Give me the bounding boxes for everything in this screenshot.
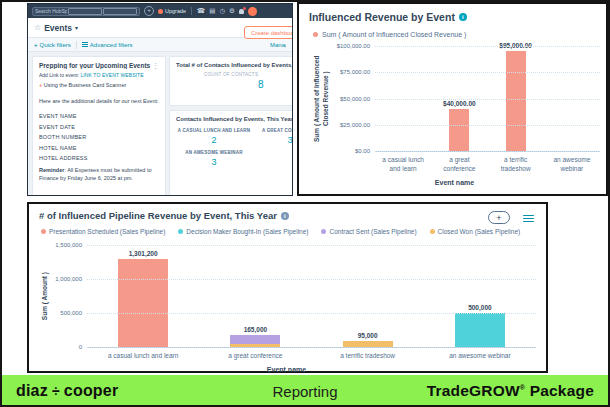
filter-bar: + Quick filters Advanced filters Manage … <box>28 37 292 52</box>
create-dashboard-button[interactable]: Create dashboard <box>244 26 293 39</box>
avatar[interactable] <box>248 7 257 16</box>
stat-item: A CASUAL LUNCH AND LEARN 2 <box>176 128 252 145</box>
stat-label: AN AWESOME WEBINAR <box>176 150 252 155</box>
bar-segment-Decision-Maker-Bought-In-(Sales-Pipeline)[interactable] <box>455 313 505 347</box>
legend-item[interactable]: Decision Maker Bought-In (Sales Pipeline… <box>178 228 308 235</box>
reminder-bold: Reminder <box>39 167 64 173</box>
settings-icon[interactable]: ⚙ <box>229 8 235 15</box>
reminder-text: Reminder: All Expenses must be submitted… <box>39 166 159 183</box>
gridline <box>375 99 600 100</box>
bar[interactable] <box>118 259 168 347</box>
y-axis-title-wrap: Sum ( Amount ) <box>37 245 53 347</box>
divider <box>76 41 77 49</box>
favorite-star-icon[interactable]: ☆ <box>34 23 41 32</box>
legend-item[interactable]: Presentation Scheduled (Sales Pipeline) <box>41 228 165 235</box>
bar-segment-Sum-(-Amount-of-Influenced-Closed-Revenue-)[interactable] <box>506 51 526 151</box>
sliders-icon <box>82 41 88 48</box>
chart-title: Influenced Revenue by Event <box>309 11 455 23</box>
kebab-menu-icon[interactable]: ⋮ <box>152 62 159 69</box>
stat-label: A CASUAL LUNCH AND LEARN <box>176 128 252 133</box>
details-intro: Here are the additional details for our … <box>39 98 159 104</box>
manage-dashboards-link[interactable]: Manage dashboards <box>270 42 286 48</box>
y-tick-label: 1,000,000 <box>55 276 82 282</box>
bar-segment-Presentation-Scheduled-(Sales-Pipeline)[interactable] <box>118 259 168 347</box>
quick-filters-label: Quick filters <box>40 42 71 48</box>
dashboard-body: Prepping for your Upcoming Events ⋮ Add … <box>28 52 292 195</box>
legend-label: Presentation Scheduled (Sales Pipeline) <box>49 228 165 235</box>
card-title: Prepping for your Upcoming Events <box>39 62 152 69</box>
footer-section-label: Reporting <box>272 383 337 400</box>
y-axis-title: Sum ( Amount ) <box>41 272 50 320</box>
prepping-events-card: Prepping for your Upcoming Events ⋮ Add … <box>32 56 166 195</box>
upgrade-sprocket-icon <box>158 9 163 14</box>
total-contacts-card: Total # of Contacts Influenced by Events… <box>169 56 292 106</box>
advanced-filters-button[interactable]: Advanced filters <box>82 41 133 48</box>
brand-word-second: cooper <box>64 382 119 400</box>
legend-label: Closed Won (Sales Pipeline) <box>438 228 521 235</box>
plus-icon: + <box>34 42 38 48</box>
bar-segment-Sum-(-Amount-of-Influenced-Closed-Revenue-)[interactable] <box>449 109 469 151</box>
advanced-filters-label: Advanced filters <box>90 42 133 48</box>
x-category-labels: a casual lunch and learna great conferen… <box>375 153 600 174</box>
create-icon[interactable]: + <box>144 6 154 16</box>
x-category-label: an awesome webinar <box>424 352 536 361</box>
notifications-icon[interactable] <box>239 9 244 14</box>
bar-slot-a-terrific-tradeshow: 95,000 <box>312 245 424 347</box>
plot-area: 1,301,200165,00095,000500,000 <box>87 245 536 348</box>
legend-label: Contract Sent (Sales Pipeline) <box>329 228 416 235</box>
filter-settings-icon[interactable] <box>523 213 534 224</box>
legend-dot <box>313 32 318 37</box>
legend-item[interactable]: Closed Won (Sales Pipeline) <box>430 228 521 235</box>
influenced-revenue-chart-panel: Influenced Revenue by Event i Sum ( Amou… <box>297 2 608 196</box>
legend-item[interactable]: Contract Sent (Sales Pipeline) <box>321 228 416 235</box>
marketplace-icon[interactable]: ▤ <box>209 8 215 15</box>
search-input[interactable]: Search HubSpot <box>32 7 140 16</box>
y-axis-ticks: 1,500,0001,000,000500,0000 <box>53 245 87 347</box>
legend-item[interactable]: Sum ( Amount of Influenced Closed Revenu… <box>313 31 466 38</box>
keyboard-shortcut-key <box>103 8 137 15</box>
keyboard-shortcut-key <box>68 8 102 15</box>
bar[interactable] <box>455 313 505 347</box>
y-tick-label: 1,500,000 <box>55 242 82 248</box>
brand-word-first: diaz <box>16 382 48 400</box>
chart-title: # of Influenced Pipeline Revenue by Even… <box>39 210 277 221</box>
bar-value-label: 165,000 <box>244 326 268 333</box>
hubspot-events-screenshot: Search HubSpot + Upgrade ☎ ▤ ◷ ⚙ ☆ Event… <box>27 3 293 196</box>
stat-value: 2 <box>176 135 252 145</box>
divider <box>191 7 192 15</box>
bar[interactable] <box>506 51 526 151</box>
x-category-labels: a casual lunch and learna great conferen… <box>87 349 536 361</box>
x-axis-area: a casual lunch and learna great conferen… <box>37 349 536 373</box>
info-icon[interactable]: i <box>281 212 289 220</box>
page: Search HubSpot + Upgrade ☎ ▤ ◷ ⚙ ☆ Event… <box>0 0 610 407</box>
upgrade-button[interactable]: Upgrade <box>158 8 186 14</box>
hubspot-top-nav: Search HubSpot + Upgrade ☎ ▤ ◷ ⚙ <box>28 4 292 18</box>
bar[interactable] <box>449 109 469 151</box>
bar-slot-an-awesome-webinar: 500,000 <box>424 245 536 347</box>
bar[interactable] <box>230 335 280 347</box>
legend-dot <box>321 229 326 234</box>
bar-value-label: 1,301,200 <box>129 250 158 257</box>
x-category-label: a great conference <box>199 352 311 361</box>
revenue-bar-chart: Sum ( Amount of Influenced Closed Revenu… <box>309 46 600 152</box>
info-icon[interactable]: i <box>459 13 467 21</box>
stat-value: 3 <box>252 135 292 145</box>
activity-icon[interactable]: ◷ <box>219 8 225 15</box>
legend-label: Decision Maker Bought-In (Sales Pipeline… <box>186 228 308 235</box>
y-tick-label: $75,000.00 <box>340 69 370 75</box>
stat-label: A GREAT CONFERENCE <box>252 128 292 133</box>
legend: Presentation Scheduled (Sales Pipeline) … <box>41 228 520 235</box>
stat-item: A GREAT CONFERENCE 3 <box>252 128 292 145</box>
stat-value: 3 <box>176 157 252 167</box>
event-website-link[interactable]: LINK TO EVENT WEBSITE <box>80 72 143 78</box>
quick-filters-button[interactable]: + Quick filters <box>34 42 71 48</box>
add-button[interactable]: + <box>488 211 510 224</box>
y-axis-title-wrap: Sum ( Amount of Influenced Closed Revenu… <box>309 46 335 151</box>
chevron-down-icon[interactable]: ▾ <box>75 24 78 31</box>
calling-icon[interactable]: ☎ <box>197 8 205 15</box>
list-item: EVENT DATE <box>39 124 159 130</box>
bar-segment-Contract-Sent-(Sales-Pipeline)[interactable] <box>230 335 280 344</box>
add-link-prefix: Add Link to event: <box>39 72 80 78</box>
x-category-label: a casual lunch and learn <box>87 352 199 361</box>
dashboard-title[interactable]: Events <box>44 23 72 33</box>
